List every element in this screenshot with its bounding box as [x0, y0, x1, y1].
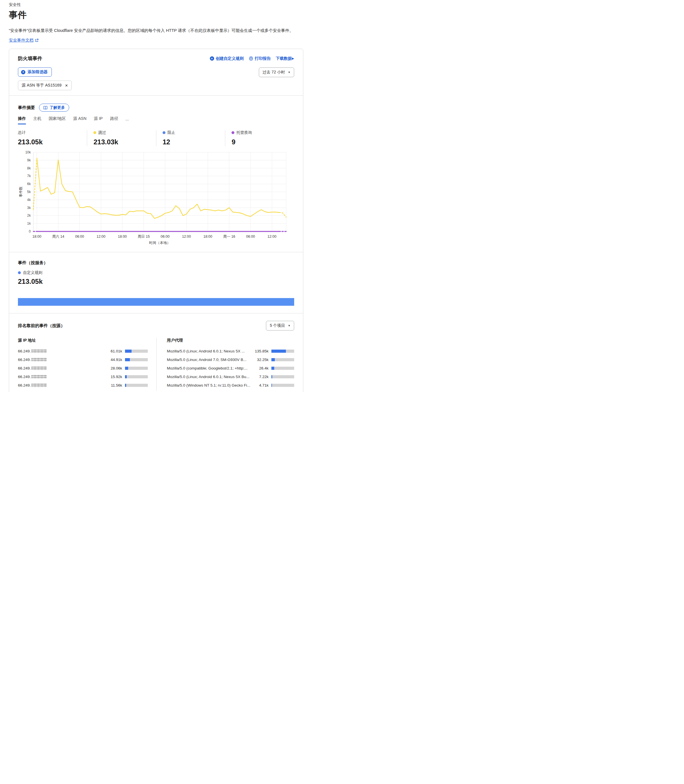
- tab-...[interactable]: ...: [126, 117, 129, 124]
- create-custom-rule-label: 创建自定义规则: [216, 56, 244, 61]
- row-bar: [271, 349, 294, 353]
- source-ip-row[interactable]: 66.249.11.56k: [18, 382, 148, 388]
- plus-circle-icon: +: [210, 56, 214, 61]
- row-value: 11.56k: [104, 383, 122, 388]
- row-bar: [271, 375, 294, 378]
- row-label: 66.249.: [18, 349, 104, 353]
- stat-value: 213.03k: [94, 138, 152, 146]
- stat-label: 托管质询: [236, 130, 252, 135]
- tab-源 ASN[interactable]: 源 ASN: [73, 116, 87, 124]
- svg-text:18:00: 18:00: [32, 235, 41, 238]
- filter-chip-label: 源 ASN 等于 AS15169: [22, 83, 61, 88]
- download-data-label: 下载数据: [276, 56, 292, 61]
- user-agent-row[interactable]: Mozilla/5.0 (compatible; Googlebot/2.1; …: [167, 365, 294, 371]
- row-bar: [271, 384, 294, 387]
- print-report-button[interactable]: 打印报告: [249, 56, 271, 61]
- firewall-events-panel: 防火墙事件 + 创建自定义规则 打印报告 下载数据 ▶: [9, 49, 303, 392]
- page-description: “安全事件”仪表板显示受 Cloudflare 安全产品影响的请求的信息。您的区…: [9, 27, 303, 34]
- source-ip-row[interactable]: 66.249.44.91k: [18, 357, 148, 362]
- row-value: 15.92k: [104, 375, 122, 379]
- stat-阻止: 阻止12: [156, 130, 225, 146]
- svg-text:12:00: 12:00: [268, 235, 276, 238]
- svg-text:时间（本地）: 时间（本地）: [149, 241, 171, 245]
- stat-label: 跳过: [98, 130, 106, 135]
- row-value: 28.06k: [104, 366, 122, 370]
- row-value: 26.4k: [250, 366, 269, 370]
- svg-text:18:00: 18:00: [118, 235, 127, 238]
- row-label: 66.249.: [18, 366, 104, 370]
- row-label: 66.249.: [18, 383, 104, 388]
- row-label: Mozilla/5.0 (Linux; Android 6.0.1; Nexus…: [167, 375, 250, 379]
- row-bar: [125, 358, 148, 361]
- redacted-ip-segment: [31, 366, 47, 370]
- items-count-value: 5 个项目: [270, 323, 285, 328]
- stat-label: 阻止: [168, 130, 175, 135]
- print-report-label: 打印报告: [255, 56, 271, 61]
- stat-label: 总计: [18, 130, 26, 135]
- legend-dot-icon: [94, 131, 96, 134]
- svg-text:4k: 4k: [27, 198, 31, 202]
- row-value: 61.01k: [104, 349, 122, 353]
- row-label: Mozilla/5.0 (Linux; Android 6.0.1; Nexus…: [167, 349, 250, 353]
- svg-text:5k: 5k: [27, 190, 31, 194]
- user-agent-row[interactable]: Mozilla/5.0 (Linux; Android 6.0.1; Nexus…: [167, 374, 294, 380]
- stat-跳过: 跳过213.03k: [87, 130, 156, 146]
- tab-路径[interactable]: 路径: [110, 116, 118, 124]
- svg-text:06:00: 06:00: [246, 235, 255, 238]
- panel-title: 防火墙事件: [18, 55, 42, 62]
- summary-stats: 总计213.05k跳过213.03k阻止12托管质询9: [18, 130, 294, 146]
- learn-more-button[interactable]: 了解更多: [39, 104, 69, 112]
- user-agent-header: 用户代理: [167, 338, 294, 343]
- close-icon[interactable]: ✕: [65, 84, 68, 88]
- security-events-doc-link[interactable]: 安全事件文档: [9, 37, 39, 43]
- svg-text:周日 15: 周日 15: [138, 235, 150, 238]
- add-filter-label: 添加筛选器: [27, 69, 48, 75]
- add-filter-button[interactable]: + 添加筛选器: [18, 68, 52, 77]
- redacted-ip-segment: [31, 358, 47, 362]
- by-service-title: 事件（按服务）: [18, 260, 294, 266]
- user-agent-row[interactable]: Mozilla/5.0 (Linux; Android 7.0; SM-G930…: [167, 357, 294, 362]
- source-ip-row[interactable]: 66.249.61.01k: [18, 348, 148, 354]
- tab-主机[interactable]: 主机: [33, 116, 41, 124]
- create-custom-rule-button[interactable]: + 创建自定义规则: [210, 56, 244, 61]
- redacted-ip-segment: [31, 375, 47, 378]
- stat-value: 9: [232, 138, 290, 146]
- time-range-select[interactable]: 过去 72 小时 ▼: [259, 68, 294, 77]
- row-value: 32.25k: [250, 357, 269, 362]
- stat-value: 213.05k: [18, 138, 82, 146]
- svg-text:事件数: 事件数: [19, 187, 23, 197]
- row-value: 44.91k: [104, 357, 122, 362]
- events-line-chart: 01k2k3k4k5k6k7k8k9k10k18:00周六 1406:0012:…: [18, 151, 295, 247]
- book-icon: [43, 106, 48, 109]
- svg-text:3k: 3k: [27, 206, 31, 210]
- custom-rules-legend-dot: [18, 271, 21, 274]
- tab-源 IP[interactable]: 源 IP: [94, 116, 103, 124]
- row-label: Mozilla/5.0 (compatible; Googlebot/2.1; …: [167, 366, 250, 370]
- items-count-select[interactable]: 5 个项目 ▼: [266, 321, 294, 330]
- source-ip-row[interactable]: 66.249.28.06k: [18, 365, 148, 371]
- source-ip-header: 源 IP 地址: [18, 338, 148, 343]
- custom-rules-legend-label: 自定义规则: [23, 270, 42, 275]
- row-bar: [271, 367, 294, 370]
- caret-down-icon: ▼: [288, 71, 290, 74]
- download-data-button[interactable]: 下载数据 ▶: [276, 56, 294, 61]
- source-ip-column: 源 IP 地址 66.249.61.01k66.249.44.91k66.249…: [18, 338, 156, 391]
- time-range-value: 过去 72 小时: [263, 70, 285, 75]
- row-value: 135.85k: [250, 349, 269, 353]
- row-label: Mozilla/5.0 (Windows NT 5.1; rv:11.0) Ge…: [167, 383, 250, 388]
- tab-国家/地区[interactable]: 国家/地区: [49, 116, 66, 124]
- top-events-title: 排名靠前的事件（按源）: [18, 323, 65, 328]
- legend-dot-icon: [232, 131, 234, 134]
- legend-dot-icon: [163, 131, 165, 134]
- svg-text:9k: 9k: [27, 158, 31, 162]
- tab-操作[interactable]: 操作: [18, 116, 26, 124]
- source-ip-row[interactable]: 66.249.15.92k: [18, 374, 148, 380]
- row-bar: [125, 349, 148, 353]
- stat-value: 12: [163, 138, 221, 146]
- user-agent-row[interactable]: Mozilla/5.0 (Windows NT 5.1; rv:11.0) Ge…: [167, 382, 294, 388]
- redacted-ip-segment: [31, 383, 47, 387]
- user-agent-row[interactable]: Mozilla/5.0 (Linux; Android 6.0.1; Nexus…: [167, 348, 294, 354]
- row-label: 66.249.: [18, 357, 104, 362]
- learn-more-label: 了解更多: [50, 105, 65, 110]
- svg-text:18:00: 18:00: [203, 235, 212, 238]
